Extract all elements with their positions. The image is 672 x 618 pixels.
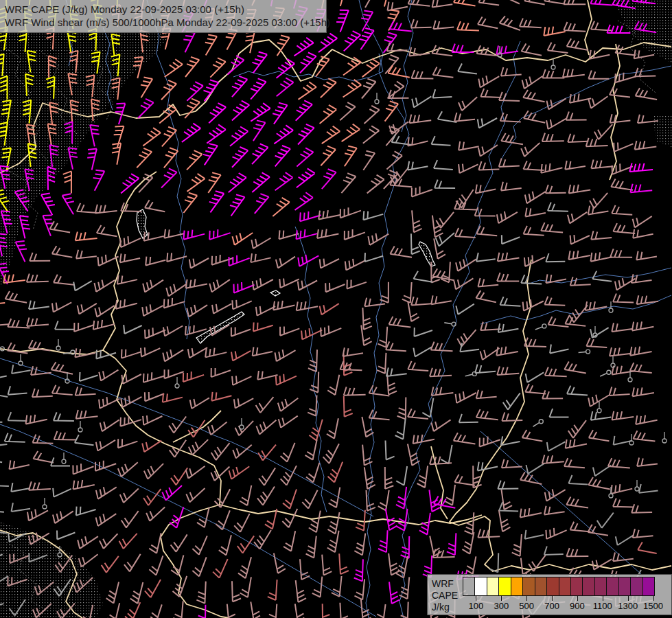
colorbar-cell (474, 577, 487, 596)
tick-label: 500 (514, 601, 540, 611)
tick-label: 900 (565, 601, 590, 611)
weather-map-frame: WRF CAPE (J/kg) Monday 22-09-2025 03:00 … (0, 0, 672, 618)
colorbar-tick (603, 596, 603, 601)
colorbar-cell (559, 577, 571, 596)
tick-label: 700 (540, 601, 565, 611)
colorbar-cell (570, 577, 583, 596)
tick-label: 1500 (640, 601, 666, 611)
legend-label-variable: CAPE (432, 590, 463, 602)
tick-label: 300 (489, 601, 514, 611)
cape-legend: WRF CAPE J/kg 100 300 500 700 900 1100 1… (427, 574, 672, 615)
map-canvas (0, 0, 672, 618)
legend-label-model: WRF (432, 578, 463, 590)
colorbar-tick-labels: 100 300 500 700 900 1100 1300 1500 (463, 601, 667, 611)
colorbar-cell (522, 577, 535, 596)
colorbar-cell (463, 577, 475, 596)
colorbar-cell (511, 577, 523, 596)
legend-label-unit: J/kg (432, 602, 463, 613)
colorbar-cell (642, 577, 655, 596)
colorbar-cells (463, 577, 667, 596)
colorbar-cell (618, 577, 631, 596)
colorbar-cell (606, 577, 618, 596)
colorbar-tick (526, 596, 527, 601)
legend-label: WRF CAPE J/kg (432, 577, 463, 615)
colorbar-tick (476, 596, 476, 601)
colorbar-cell (535, 577, 547, 596)
legend-colorbar: 100 300 500 700 900 1100 1300 1500 (463, 577, 667, 615)
tick-label: 1100 (590, 601, 615, 611)
colorbar-tick (628, 596, 629, 601)
colorbar-cell (630, 577, 642, 596)
colorbar-tick (501, 596, 502, 601)
colorbar-tick (552, 596, 553, 601)
title-line-shear: WRF Wind shear (m/s) 500/1000hPa Monday … (5, 16, 321, 29)
colorbar-cell (594, 577, 607, 596)
tick-label: 1300 (615, 601, 640, 611)
colorbar-cell (582, 577, 594, 596)
colorbar-cell (498, 577, 511, 596)
title-box: WRF CAPE (J/kg) Monday 22-09-2025 03:00 … (0, 0, 327, 33)
tick-label: 100 (463, 601, 489, 611)
colorbar-tick (653, 596, 654, 601)
colorbar-cell (487, 577, 499, 596)
colorbar-cell (546, 577, 559, 596)
colorbar-tick (577, 596, 578, 601)
title-line-cape: WRF CAPE (J/kg) Monday 22-09-2025 03:00 … (5, 3, 321, 16)
